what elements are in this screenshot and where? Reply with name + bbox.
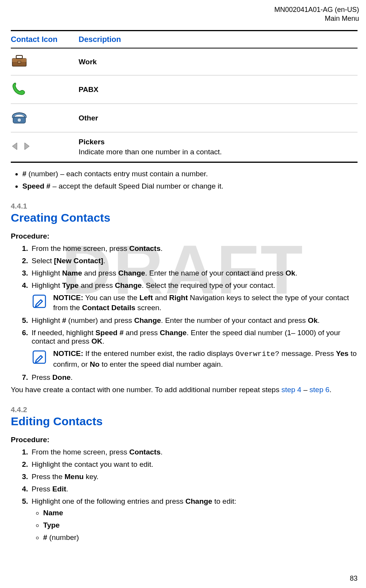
section-number: 4.4.1 <box>11 202 358 210</box>
notice-icon <box>32 349 50 367</box>
page-number: 83 <box>350 575 358 583</box>
step-4-link[interactable]: step 4 <box>281 386 301 394</box>
step: From the home screen, press Contacts. <box>30 244 358 253</box>
step: Highlight Name and press Change. Enter t… <box>30 269 358 277</box>
notice: NOTICE: If the entered number exist, the… <box>32 349 358 369</box>
row-title: Pickers <box>79 138 105 146</box>
step: Highlight the contact you want to edit. <box>30 460 358 469</box>
procedure-label: Procedure: <box>11 436 358 444</box>
table-row: Pickers Indicate more than one number in… <box>11 132 358 162</box>
procedure-label: Procedure: <box>11 232 358 241</box>
notice-text: NOTICE: You can use the Left and Right N… <box>53 293 358 312</box>
step: Press Done. <box>30 373 358 382</box>
table-row: Work <box>11 48 358 75</box>
step: Select [New Contact]. <box>30 257 358 265</box>
step-6-link[interactable]: step 6 <box>309 386 329 394</box>
step: Highlight # (number) and press Change. E… <box>30 316 358 325</box>
steps-441: From the home screen, press Contacts. Se… <box>15 244 358 382</box>
table-row: PABX <box>11 75 358 104</box>
svg-rect-3 <box>18 61 21 63</box>
notice-icon <box>32 294 50 311</box>
step: Press the Menu key. <box>30 473 358 481</box>
svg-point-5 <box>17 118 21 122</box>
svg-rect-2 <box>16 55 22 58</box>
step: Highlight one of the following entries a… <box>30 497 358 542</box>
notice: NOTICE: You can use the Left and Right N… <box>32 293 358 312</box>
svg-marker-6 <box>12 143 17 150</box>
pabx-icon <box>11 90 26 98</box>
table-row: Other <box>11 104 358 132</box>
svg-marker-7 <box>25 143 29 150</box>
list-item: # (number) – each contacts entry must co… <box>22 170 358 178</box>
list-item: Name <box>43 509 358 517</box>
section-title: Creating Contacts <box>11 211 358 224</box>
top-bullets: # (number) – each contacts entry must co… <box>11 170 358 190</box>
list-item: Speed # – accept the default Speed Dial … <box>22 182 358 190</box>
step: Press Edit. <box>30 485 358 493</box>
row-title: Work <box>79 58 97 66</box>
row-title: PABX <box>79 85 98 94</box>
step: If needed, highlight Speed # and press C… <box>30 329 358 369</box>
notice-text: NOTICE: If the entered number exist, the… <box>53 349 358 369</box>
section-tail: You have create a contact with one numbe… <box>11 386 358 394</box>
sub-bullets: Name Type # (number) <box>32 509 358 542</box>
section-title: Editing Contacts <box>11 415 358 428</box>
list-item: # (number) <box>43 533 358 542</box>
table-header-icon: Contact Icon <box>11 31 79 48</box>
work-icon <box>11 54 28 70</box>
list-item: Type <box>43 521 358 530</box>
step: Highlight Type and press Change. Select … <box>30 281 358 312</box>
step: From the home screen, press Contacts. <box>30 448 358 456</box>
table-header-desc: Description <box>79 31 358 48</box>
contact-icon-table: Contact Icon Description <box>11 30 358 163</box>
pickers-icon <box>11 145 33 153</box>
row-desc: Indicate more than one number in a conta… <box>79 148 355 156</box>
steps-442: From the home screen, press Contacts. Hi… <box>15 448 358 542</box>
section-number: 4.4.2 <box>11 406 358 414</box>
other-icon <box>11 118 28 126</box>
row-title: Other <box>79 114 98 122</box>
